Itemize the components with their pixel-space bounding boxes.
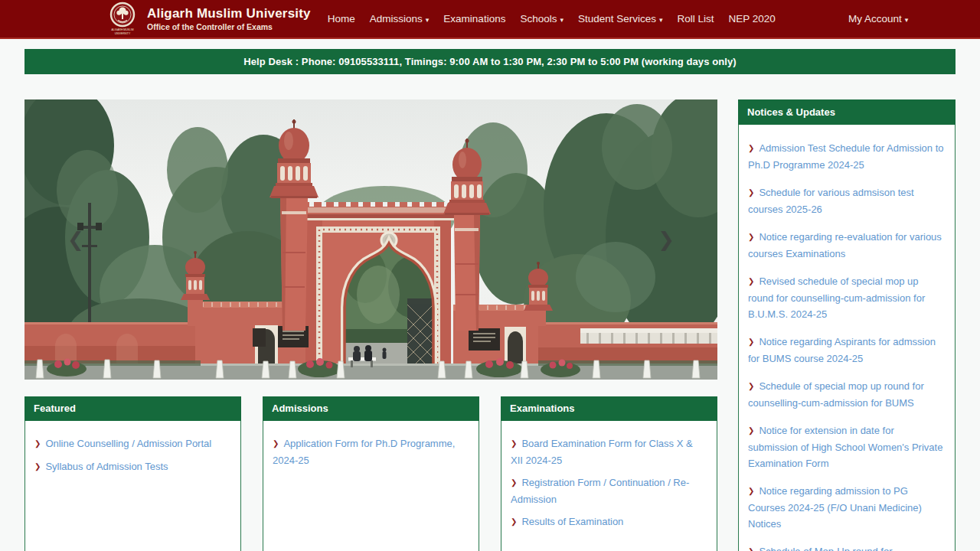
main-content: ❮ ❯ Featured ❯Online Counselling / Admis… <box>24 99 956 551</box>
nav-item-schools[interactable]: Schools▾ <box>520 13 564 24</box>
panel-examinations: Examinations ❯Board Examination Form for… <box>501 396 717 551</box>
campus-gate-photo <box>24 99 717 380</box>
left-column: ❮ ❯ Featured ❯Online Counselling / Admis… <box>24 99 717 551</box>
carousel-next-button[interactable]: ❯ <box>658 230 675 249</box>
list-item: ❯Application Form for Ph.D Programme, 20… <box>273 435 469 468</box>
examinations-link[interactable]: Board Examination Form for Class X & XII… <box>511 438 693 466</box>
svg-text:ALIGARH MUSLIM: ALIGARH MUSLIM <box>111 28 133 31</box>
notice-item: ❯Admission Test Schedule for Admission t… <box>748 140 945 173</box>
helpdesk-text: Help Desk : Phone: 09105533111, Timings:… <box>243 56 737 67</box>
notices-list: ❯Admission Test Schedule for Admission t… <box>738 125 956 551</box>
chevron-right-icon: ❯ <box>748 188 754 197</box>
dropdown-caret-icon: ▾ <box>426 16 430 24</box>
chevron-right-icon: ❯ <box>511 517 517 526</box>
notices-panel: Notices & Updates ❯Admission Test Schedu… <box>738 99 956 551</box>
chevron-right-icon: ❯ <box>748 547 754 551</box>
chevron-right-icon: ❯ <box>34 439 41 448</box>
notice-item: ❯Notice regarding admission to PG Course… <box>748 483 945 532</box>
featured-link[interactable]: Syllabus of Admission Tests <box>45 461 168 472</box>
svg-text:UNIVERSITY: UNIVERSITY <box>115 31 131 34</box>
list-item: ❯Syllabus of Admission Tests <box>34 458 230 475</box>
chevron-right-icon: ❯ <box>748 426 754 435</box>
dropdown-caret-icon: ▾ <box>905 16 909 24</box>
notice-link[interactable]: Schedule of Mop-Up round for <box>759 546 892 551</box>
panel-admissions: Admissions ❯Application Form for Ph.D Pr… <box>263 396 479 551</box>
chevron-right-icon: ❯ <box>748 233 754 241</box>
notice-link[interactable]: Notice regarding admission to PG Courses… <box>748 485 922 530</box>
chevron-right-icon: ❯ <box>34 462 41 471</box>
notice-item: ❯Schedule of Mop-Up round for <box>748 543 945 551</box>
image-carousel: ❮ ❯ <box>24 99 717 380</box>
notice-item: ❯Notice regarding Aspirants for admssion… <box>748 334 945 367</box>
notice-link[interactable]: Notice for extension in date for submiss… <box>748 425 942 469</box>
examinations-link[interactable]: Results of Examination <box>521 516 623 527</box>
panel-title: Admissions <box>263 396 479 421</box>
nav-item-roll-list[interactable]: Roll List <box>678 13 714 24</box>
carousel-prev-button[interactable]: ❮ <box>67 230 84 249</box>
panel-title: Featured <box>24 396 241 421</box>
notice-item: ❯Notice regarding re-evaluation for vari… <box>748 229 945 262</box>
list-item: ❯Board Examination Form for Class X & XI… <box>511 435 707 468</box>
panel-featured: Featured ❯Online Counselling / Admission… <box>24 396 241 551</box>
notice-link[interactable]: Notice regarding re-evaluation for vario… <box>748 231 942 259</box>
nav-item-admissions[interactable]: Admissions▾ <box>370 13 430 24</box>
notice-link[interactable]: Notice regarding Aspirants for admssion … <box>748 336 936 364</box>
admissions-link[interactable]: Application Form for Ph.D Programme, 202… <box>273 438 455 466</box>
nav-item-examinations[interactable]: Examinations <box>443 13 505 24</box>
examinations-link[interactable]: Registration Form / Continuation / Re-Ad… <box>511 477 689 505</box>
main-nav: Home Admissions▾ Examinations Schools▾ S… <box>328 13 790 24</box>
site-title: Aligarh Muslim University <box>147 6 311 21</box>
helpdesk-banner: Help Desk : Phone: 09105533111, Timings:… <box>24 49 956 74</box>
chevron-right-icon: ❯ <box>748 337 754 346</box>
notices-title: Notices & Updates <box>738 99 956 125</box>
notice-link[interactable]: Schedule of special mop up round for cou… <box>748 380 924 409</box>
notice-link[interactable]: Revised schedule of special mop up round… <box>748 276 925 320</box>
notice-link[interactable]: Admission Test Schedule for Admission to… <box>748 142 944 171</box>
chevron-right-icon: ❯ <box>748 277 754 285</box>
site-subtitle: Office of the Controller of Exams <box>147 22 311 31</box>
chevron-right-icon: ❯ <box>511 478 517 487</box>
my-account-menu[interactable]: My Account ▾ <box>848 13 908 24</box>
brand-logo[interactable]: ALIGARH MUSLIM UNIVERSITY Aligarh Muslim… <box>107 2 311 37</box>
list-item: ❯Registration Form / Continuation / Re-A… <box>511 474 707 507</box>
nav-item-home[interactable]: Home <box>328 13 355 24</box>
notice-item: ❯Schedule of special mop up round for co… <box>748 378 945 411</box>
featured-link[interactable]: Online Counselling / Admission Portal <box>45 438 211 449</box>
list-item: ❯Online Counselling / Admission Portal <box>34 435 230 452</box>
notice-item: ❯Schedule for various admsison test cour… <box>748 184 945 217</box>
nav-item-student-services[interactable]: Student Services▾ <box>578 13 663 24</box>
list-item: ❯Results of Examination <box>511 514 707 530</box>
top-navbar: ALIGARH MUSLIM UNIVERSITY Aligarh Muslim… <box>0 0 980 39</box>
quick-links-row: Featured ❯Online Counselling / Admission… <box>24 396 717 551</box>
chevron-right-icon: ❯ <box>511 439 517 448</box>
chevron-right-icon: ❯ <box>748 382 754 390</box>
notice-item: ❯Notice for extension in date for submis… <box>748 422 945 471</box>
dropdown-caret-icon: ▾ <box>560 16 564 24</box>
nav-item-nep-2020[interactable]: NEP 2020 <box>729 13 776 24</box>
notice-item: ❯Revised schedule of special mop up roun… <box>748 273 945 322</box>
dropdown-caret-icon: ▾ <box>659 16 663 24</box>
chevron-right-icon: ❯ <box>273 439 279 448</box>
chevron-right-icon: ❯ <box>748 487 754 495</box>
notice-link[interactable]: Schedule for various admsison test cours… <box>748 187 914 215</box>
amu-seal-icon: ALIGARH MUSLIM UNIVERSITY <box>107 2 138 37</box>
chevron-right-icon: ❯ <box>748 144 754 152</box>
panel-title: Examinations <box>501 396 717 421</box>
